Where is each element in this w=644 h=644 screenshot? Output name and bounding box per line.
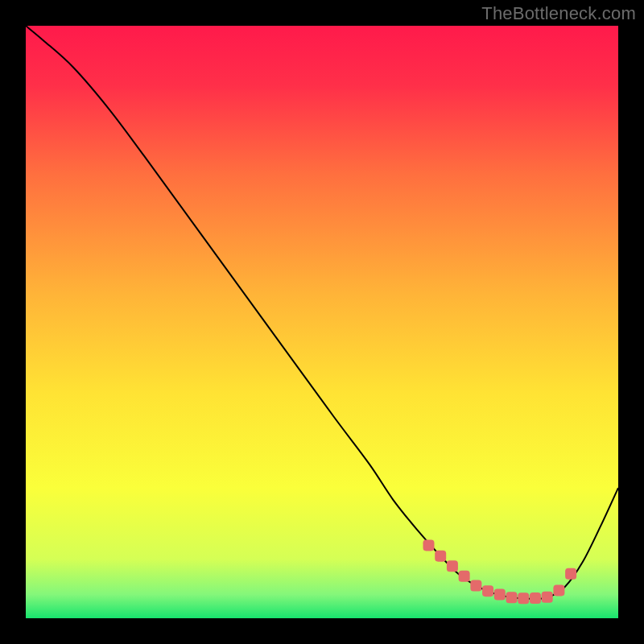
plot-area bbox=[26, 26, 618, 618]
gradient-background bbox=[26, 26, 618, 618]
optimal-marker bbox=[447, 560, 458, 572]
optimal-marker bbox=[530, 592, 541, 604]
watermark-label: TheBottleneck.com bbox=[481, 3, 636, 24]
optimal-marker bbox=[459, 571, 470, 582]
optimal-marker bbox=[435, 551, 446, 562]
chart-svg bbox=[26, 26, 618, 618]
optimal-marker bbox=[423, 539, 434, 551]
optimal-marker bbox=[565, 568, 576, 580]
optimal-marker bbox=[553, 584, 564, 596]
optimal-marker bbox=[494, 589, 506, 601]
chart-frame: TheBottleneck.com bbox=[0, 0, 644, 644]
optimal-marker bbox=[506, 592, 518, 603]
optimal-marker bbox=[482, 585, 493, 597]
optimal-marker bbox=[542, 592, 553, 603]
optimal-marker bbox=[518, 592, 529, 604]
optimal-marker bbox=[470, 580, 481, 592]
